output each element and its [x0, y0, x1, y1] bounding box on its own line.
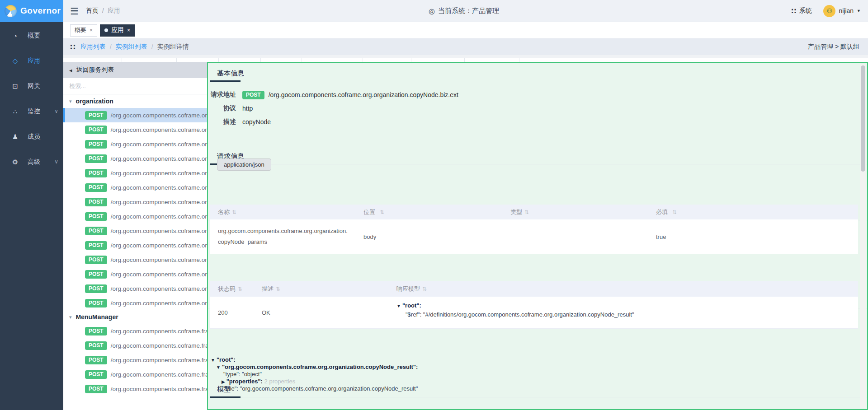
sidebar-item-label: 概要: [28, 32, 40, 40]
sort-icon[interactable]: ⇅: [672, 209, 677, 215]
app-logo[interactable]: Governor: [0, 0, 63, 22]
section-basic-info: 基本信息: [208, 69, 867, 81]
tree-line-properties: ▶"properties": 2 properties: [210, 378, 858, 385]
eye-icon: ◎: [429, 7, 435, 15]
column-header-label: 响应模型: [396, 285, 420, 293]
breadcrumb-instance-group-list[interactable]: 实例组列表: [116, 43, 147, 51]
post-method-badge: POST: [85, 356, 107, 364]
status-code-cell: 200: [210, 297, 254, 328]
response-table-header: 状态码 ⇅ 描述 ⇅ 响应模型 ⇅: [210, 281, 858, 297]
close-icon[interactable]: ×: [127, 28, 130, 33]
post-method-badge: POST: [85, 154, 107, 163]
grid-icon: ∷: [70, 43, 75, 51]
monitor-icon: ∴: [11, 107, 19, 116]
post-method-badge: POST: [85, 111, 107, 120]
topbar-breadcrumb: 首页 / 应用: [86, 7, 120, 15]
request-url-text: /org.gocom.components.coframe.org.organi…: [269, 91, 458, 98]
tree-line-type: "type": "object": [210, 371, 858, 378]
properties-count: 2 properties: [264, 378, 296, 385]
back-label: 返回服务列表: [76, 66, 114, 74]
sort-icon[interactable]: ⇅: [232, 207, 236, 218]
params-table-row: org.gocom.components.coframe.org.organiz…: [210, 219, 858, 254]
close-icon[interactable]: ×: [90, 28, 93, 33]
tab-applications[interactable]: 应用 ×: [100, 24, 135, 37]
column-header-type[interactable]: 类型 ⇅: [502, 205, 648, 219]
model-ref-line: "$ref": "#/definitions/org.gocom.compone…: [396, 311, 858, 318]
column-header-response-model[interactable]: 响应模型 ⇅: [388, 281, 858, 297]
post-method-badge: POST: [85, 126, 107, 134]
field-label: 请求地址: [208, 91, 236, 99]
json-key: "root":: [402, 302, 421, 309]
gateway-icon: ⊡: [11, 82, 19, 90]
breadcrumb-home[interactable]: 首页: [86, 7, 99, 15]
json-key: "org.gocom.components.coframe.org.organi…: [222, 363, 418, 370]
sidebar-nav: ◔ 概要 ◇ 应用 ⊡ 网关 ∴ 监控 ∨ ♟ 成员 ⚙ 高级 ∨: [0, 22, 63, 410]
json-key: "properties":: [226, 378, 263, 385]
chevron-down-icon: ∨: [54, 108, 58, 114]
back-arrow-icon: ◂: [69, 67, 72, 74]
field-request-url: 请求地址 POST /org.gocom.components.coframe.…: [208, 88, 858, 102]
column-header-description[interactable]: 描述 ⇅: [254, 281, 388, 297]
post-method-badge: POST: [85, 198, 107, 206]
sort-icon[interactable]: ⇅: [422, 286, 427, 292]
sidebar-item-gateway[interactable]: ⊡ 网关: [0, 74, 63, 99]
chevron-down-icon: ▼: [857, 9, 861, 13]
caret-down-icon[interactable]: ▼: [396, 303, 401, 308]
content-type-row: application/json: [208, 158, 858, 171]
column-header-required[interactable]: 必填 ⇅: [648, 205, 858, 219]
content-type-chip[interactable]: application/json: [217, 158, 271, 171]
column-header-name[interactable]: 名称 ⇅: [210, 205, 355, 219]
sort-icon[interactable]: ⇅: [524, 209, 529, 215]
caret-down-icon: ▾: [69, 98, 72, 104]
caret-down-icon[interactable]: ▼: [211, 358, 215, 363]
topbar-right: ∷ 系统 ☺ nijian ▼: [791, 5, 868, 17]
sidebar-item-monitor[interactable]: ∴ 监控 ∨: [0, 99, 63, 124]
app-cube-icon: ◇: [11, 57, 19, 65]
post-method-badge: POST: [85, 270, 107, 279]
page-breadcrumb: ∷ 应用列表 / 实例组列表 / 实例组详情 产品管理 > 默认组: [63, 39, 868, 55]
caret-down-icon[interactable]: ▼: [216, 365, 221, 370]
tree-line-title: "title": "org.gocom.components.coframe.o…: [210, 385, 858, 392]
description-cell: OK: [254, 297, 388, 328]
sidebar-item-advanced[interactable]: ⚙ 高级 ∨: [0, 149, 63, 175]
user-menu-button[interactable]: ☺ nijian ▼: [823, 5, 861, 17]
field-description: 描述 copyNode: [208, 115, 858, 129]
avatar-face-icon: ☺: [826, 6, 833, 15]
sidebar-item-members[interactable]: ♟ 成员: [0, 124, 63, 149]
sort-icon[interactable]: ⇅: [380, 209, 384, 215]
post-method-badge: POST: [85, 385, 107, 393]
sidebar-toggle-hamburger-icon[interactable]: ☰: [70, 6, 79, 16]
active-tab-dot: [104, 28, 108, 32]
breadcrumb-app[interactable]: 应用: [108, 7, 120, 15]
column-header-label: 状态码: [218, 285, 236, 293]
context-indicator: 产品管理 > 默认组: [808, 43, 861, 51]
column-header-label: 类型: [510, 208, 522, 216]
sidebar-item-label: 高级: [28, 158, 40, 166]
system-menu-button[interactable]: ∷ 系统: [791, 7, 811, 15]
chevron-down-icon: ∨: [54, 158, 58, 165]
breadcrumb-app-list[interactable]: 应用列表: [80, 43, 106, 51]
system-menu-label: 系统: [799, 7, 811, 15]
logo-swirl-icon: [5, 5, 17, 17]
scrollbar-thumb[interactable]: [861, 65, 865, 172]
breadcrumb-separator: /: [102, 7, 104, 14]
tab-overview[interactable]: 概要 ×: [70, 24, 97, 37]
column-header-status-code[interactable]: 状态码 ⇅: [210, 281, 254, 297]
response-table: 状态码 ⇅ 描述 ⇅ 响应模型 ⇅ 200 OK ▼"root": "$ref"…: [210, 281, 858, 329]
sidebar-item-applications[interactable]: ◇ 应用: [0, 48, 63, 74]
post-method-badge: POST: [85, 183, 107, 192]
post-method-badge: POST: [85, 241, 107, 250]
sort-icon[interactable]: ⇅: [276, 286, 280, 292]
sort-icon[interactable]: ⇅: [238, 286, 242, 292]
logo-text: Governor: [20, 6, 61, 16]
sidebar-item-label: 监控: [28, 107, 40, 116]
sidebar-item-overview[interactable]: ◔ 概要: [0, 23, 63, 48]
field-label: 协议: [208, 104, 236, 112]
response-model-cell: ▼"root": "$ref": "#/definitions/org.goco…: [388, 297, 858, 328]
column-header-location[interactable]: 位置 ⇅: [355, 205, 502, 219]
post-method-badge: POST: [85, 140, 107, 149]
detail-panel-scrollbar[interactable]: [860, 64, 866, 408]
caret-right-icon[interactable]: ▶: [222, 379, 225, 384]
post-method-badge: POST: [85, 341, 107, 350]
current-system-text: 当前系统：产品管理: [438, 7, 499, 15]
